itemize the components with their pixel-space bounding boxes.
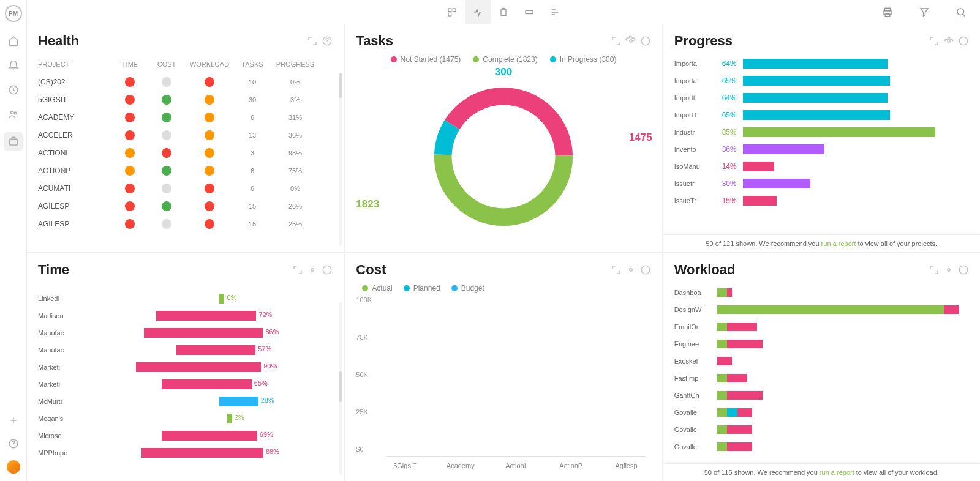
- row-pct: 65%: [714, 111, 737, 119]
- row-pct: 65%: [714, 76, 737, 85]
- bell-icon[interactable]: [7, 59, 20, 72]
- health-row[interactable]: AGILESP 15 25%: [38, 215, 333, 233]
- time-row[interactable]: Manufac 57%: [38, 341, 333, 359]
- gear-icon[interactable]: [307, 264, 318, 275]
- progress-row[interactable]: Invento 36%: [674, 141, 969, 158]
- workload-track: [717, 288, 969, 297]
- help-badge-icon[interactable]: [322, 35, 333, 47]
- help-badge-icon[interactable]: [322, 264, 333, 275]
- time-row[interactable]: Manufac 86%: [38, 324, 333, 341]
- bar-fill: [743, 76, 890, 86]
- workload-row[interactable]: EmailOn: [674, 318, 969, 335]
- workload-row[interactable]: Govalle: [674, 421, 969, 438]
- overview-tab[interactable]: [439, 0, 465, 24]
- time-row[interactable]: Megan's 2%: [38, 410, 333, 427]
- time-row[interactable]: Madison 72%: [38, 307, 333, 324]
- search-icon[interactable]: [948, 0, 974, 24]
- health-row[interactable]: ACUMATI 6 0%: [38, 179, 333, 197]
- expand-icon[interactable]: [611, 264, 622, 275]
- health-row[interactable]: 5GIGSIT 30 3%: [38, 91, 333, 108]
- expand-icon[interactable]: [929, 35, 940, 47]
- bar-fill: [176, 345, 255, 355]
- progress-row[interactable]: IsoManu 14%: [674, 158, 969, 175]
- status-dot: [162, 95, 172, 105]
- home-icon[interactable]: [7, 34, 20, 48]
- workload-seg: [717, 357, 733, 365]
- filter-icon[interactable]: [911, 0, 937, 24]
- time-row[interactable]: McMurtr 28%: [38, 393, 333, 410]
- health-row[interactable]: AGILESP 15 26%: [38, 197, 333, 215]
- column-header: COST: [148, 61, 185, 68]
- health-row[interactable]: ACADEMY 6 31%: [38, 108, 333, 126]
- card-tab[interactable]: [516, 0, 542, 24]
- legend-dot: [473, 56, 479, 62]
- health-row[interactable]: ACTIONI 3 98%: [38, 144, 333, 162]
- help-badge-icon[interactable]: [640, 264, 651, 275]
- workload-row[interactable]: FastImp: [674, 370, 969, 387]
- time-row[interactable]: Marketi 65%: [38, 376, 333, 393]
- progress-row[interactable]: Importt 64%: [674, 89, 969, 106]
- tasks-count: 6: [234, 167, 271, 174]
- gear-icon[interactable]: [943, 35, 954, 47]
- legend-item[interactable]: Budget: [451, 284, 484, 293]
- expand-icon[interactable]: [292, 264, 303, 275]
- clipboard-tab[interactable]: [491, 0, 516, 24]
- gear-icon[interactable]: [625, 264, 636, 275]
- time-row[interactable]: LinkedI 0%: [38, 290, 333, 307]
- time-row[interactable]: MPPImpo 88%: [38, 444, 333, 461]
- run-report-link[interactable]: run a report: [821, 240, 856, 247]
- activity-tab[interactable]: [465, 0, 491, 24]
- avatar[interactable]: [7, 460, 20, 474]
- workload-row[interactable]: GanttCh: [674, 387, 969, 404]
- row-pct: 65%: [254, 379, 268, 387]
- legend-item[interactable]: Actual: [362, 284, 392, 293]
- y-tick: 50K: [356, 371, 368, 378]
- workload-row[interactable]: DesignW: [674, 301, 969, 318]
- portfolio-icon[interactable]: [4, 132, 23, 151]
- workload-row[interactable]: Exoskel: [674, 352, 969, 370]
- progress-row[interactable]: IssueTr 15%: [674, 192, 969, 209]
- expand-icon[interactable]: [929, 264, 940, 275]
- workload-row[interactable]: Govalle: [674, 438, 969, 455]
- clock-icon[interactable]: [7, 83, 20, 97]
- health-row[interactable]: ACCELER 13 36%: [38, 126, 333, 144]
- workload-row[interactable]: Govalle: [674, 404, 969, 421]
- status-dot: [162, 201, 172, 211]
- legend-item[interactable]: Complete (1823): [473, 55, 537, 64]
- help-badge-icon[interactable]: [958, 264, 969, 275]
- gear-icon[interactable]: [625, 35, 636, 47]
- legend-item[interactable]: Not Started (1475): [391, 55, 461, 64]
- expand-icon[interactable]: [307, 35, 318, 47]
- expand-icon[interactable]: [611, 35, 622, 47]
- workload-row[interactable]: Dashboa: [674, 284, 969, 301]
- row-pct: 85%: [714, 128, 737, 136]
- help-badge-icon[interactable]: [958, 35, 969, 47]
- row-label: Govalle: [674, 426, 711, 433]
- progress-row[interactable]: Importa 65%: [674, 72, 969, 89]
- progress-row[interactable]: Issuetr 30%: [674, 175, 969, 192]
- health-row[interactable]: (CS)202 10 0%: [38, 73, 333, 91]
- gear-icon[interactable]: [943, 264, 954, 275]
- row-label: Marketi: [38, 364, 81, 371]
- time-row[interactable]: Marketi 90%: [38, 359, 333, 376]
- legend-item[interactable]: In Progress (300): [550, 55, 617, 64]
- progress-row[interactable]: Industr 85%: [674, 124, 969, 141]
- scrollbar[interactable]: [339, 302, 342, 475]
- team-icon[interactable]: [7, 108, 20, 121]
- help-icon[interactable]: [7, 437, 20, 450]
- legend-label: Budget: [461, 284, 484, 293]
- scrollbar[interactable]: [339, 73, 342, 246]
- run-report-link[interactable]: run a report: [820, 469, 854, 476]
- progress-row[interactable]: ImportT 65%: [674, 106, 969, 124]
- legend-item[interactable]: Planned: [404, 284, 440, 293]
- workload-row[interactable]: Enginee: [674, 335, 969, 352]
- footer-text: 50 of 121 shown. We recommend you: [706, 240, 821, 247]
- print-icon[interactable]: [875, 0, 900, 24]
- add-icon[interactable]: [7, 414, 20, 427]
- timeline-tab[interactable]: [542, 0, 568, 24]
- help-badge-icon[interactable]: [640, 35, 651, 47]
- y-tick: 100K: [356, 296, 372, 304]
- health-row[interactable]: ACTIONP 6 75%: [38, 162, 333, 179]
- time-row[interactable]: Microso 69%: [38, 427, 333, 444]
- progress-row[interactable]: Importa 64%: [674, 55, 969, 72]
